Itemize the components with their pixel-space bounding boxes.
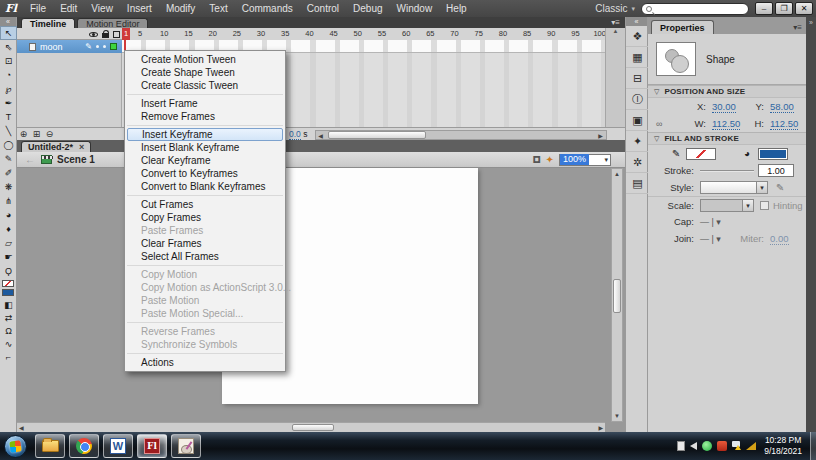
selection-tool[interactable]: ↖	[0, 26, 17, 40]
stage-vertical-scrollbar[interactable]: ▲ ▼	[611, 168, 623, 422]
layer-row-moon[interactable]: moon ✎	[17, 40, 122, 53]
restore-button[interactable]: ❐	[775, 2, 793, 15]
eraser-tool[interactable]: ▱	[0, 236, 17, 250]
context-menu-item[interactable]: Convert to Blank Keyframes	[125, 180, 285, 193]
context-menu-item[interactable]: Insert Frame	[125, 97, 285, 110]
network-wedge-icon[interactable]	[746, 442, 756, 450]
menubar-item[interactable]: Modify	[159, 0, 202, 17]
document-tab[interactable]: Untitled-2* ×	[21, 141, 91, 152]
menubar-item[interactable]: Text	[202, 0, 234, 17]
menubar-item[interactable]: Debug	[346, 0, 389, 17]
subselection-tool[interactable]: ⇖	[0, 40, 17, 54]
stage-horizontal-scrollbar[interactable]: ◀ ▶	[17, 422, 605, 432]
black-white-swatch-button[interactable]: ◧	[0, 298, 17, 311]
color-panel-icon[interactable]: ❖	[626, 26, 649, 47]
new-folder-button[interactable]: ⊞	[30, 129, 43, 140]
paint-bucket-tool[interactable]: ◕	[0, 208, 17, 222]
tab-timeline[interactable]: Timeline	[21, 18, 75, 28]
playhead-frame-marker[interactable]: 1	[122, 28, 130, 40]
workspace-switcher[interactable]: Classic ▾	[595, 3, 635, 14]
expand-panels-icon[interactable]: »	[809, 19, 813, 26]
align-panel-icon[interactable]: ⊟	[626, 68, 649, 89]
edit-symbols-icon[interactable]: ✦	[546, 154, 554, 165]
stroke-scale-dropdown[interactable]: ▾	[700, 199, 754, 212]
speaker-icon[interactable]	[690, 442, 697, 450]
text-tool[interactable]: T	[0, 110, 17, 124]
lock-layers-icon[interactable]	[102, 33, 109, 38]
oval-tool[interactable]: ◯	[0, 138, 17, 152]
menubar-item[interactable]: View	[84, 0, 120, 17]
smooth-button[interactable]: ∿	[0, 337, 17, 350]
context-menu-item[interactable]: Remove Frames	[125, 110, 285, 123]
zoom-level-combobox[interactable]: 100% ▾	[559, 154, 611, 166]
context-menu-item[interactable]: Paste Motion	[125, 294, 285, 307]
search-input[interactable]	[641, 3, 749, 15]
context-menu-item[interactable]: Insert Blank Keyframe	[125, 141, 285, 154]
start-button[interactable]	[4, 435, 27, 458]
delete-layer-button[interactable]: ⊖	[43, 129, 56, 140]
zoom-chevron-down-icon[interactable]: ▾	[604, 156, 610, 164]
deco-tool[interactable]: ❋	[0, 180, 17, 194]
edit-stroke-style-icon[interactable]: ✎	[776, 182, 784, 193]
info-panel-icon[interactable]: Ⓘ	[626, 89, 649, 110]
layer-visible-dot-icon[interactable]	[96, 45, 99, 48]
library-panel-icon[interactable]: ▤	[626, 173, 649, 194]
context-menu-item[interactable]: Reverse Frames	[125, 325, 285, 338]
fill-color-swatch[interactable]	[2, 289, 14, 296]
context-menu-item[interactable]: Cut Frames	[125, 198, 285, 211]
taskbar-chrome-button[interactable]	[69, 434, 99, 458]
chevron-down-icon[interactable]: ▾	[742, 200, 753, 211]
chevron-down-icon[interactable]: ▾	[756, 182, 767, 193]
transform-panel-icon[interactable]: ▣	[626, 110, 649, 131]
menubar-item[interactable]: Commands	[235, 0, 300, 17]
show-desktop-button[interactable]	[810, 432, 816, 460]
menubar-item[interactable]: File	[23, 0, 53, 17]
context-menu-item[interactable]: Select All Frames	[125, 250, 285, 263]
motion-presets-panel-icon[interactable]: ✦	[626, 131, 649, 152]
stroke-height-slider[interactable]	[700, 170, 754, 172]
scroll-left-icon[interactable]: ◀	[316, 132, 325, 139]
close-button[interactable]: ✕	[795, 2, 813, 15]
join-selector[interactable]: — | ▾	[700, 234, 721, 244]
swap-colors-button[interactable]: ⇄	[0, 311, 17, 324]
h-value[interactable]: 112.50	[770, 118, 798, 130]
context-menu-item[interactable]: Clear Keyframe	[125, 154, 285, 167]
taskbar-paint-button[interactable]	[171, 434, 201, 458]
taskbar-flash-button[interactable]: Fl	[137, 434, 167, 458]
edit-scene-icon[interactable]: 🞓	[533, 154, 541, 166]
layer-outline-color-swatch[interactable]	[110, 43, 117, 50]
hand-tool[interactable]: ☛	[0, 250, 17, 264]
menubar-item[interactable]: Insert	[120, 0, 159, 17]
x-value[interactable]: 30.00	[712, 101, 736, 113]
menubar-item[interactable]: Edit	[53, 0, 84, 17]
tools-collapse-button[interactable]: «	[0, 17, 16, 26]
taskbar-word-button[interactable]: W	[103, 434, 133, 458]
y-value[interactable]: 58.00	[770, 101, 794, 113]
timeline-vertical-scrollbar[interactable]: ▲	[605, 28, 625, 127]
taskbar-clock[interactable]: 10:28 PM 9/18/2021	[756, 435, 810, 457]
stroke-color-swatch[interactable]	[686, 148, 716, 160]
lock-aspect-ratio-icon[interactable]: ∞	[656, 119, 662, 129]
action-center-flag-icon[interactable]	[732, 441, 741, 451]
zoom-tool[interactable]: Ϙ	[0, 264, 17, 278]
free-transform-tool[interactable]: ⊡	[0, 54, 17, 68]
context-menu-item[interactable]: Paste Motion Special...	[125, 307, 285, 320]
context-menu-item[interactable]: Create Shape Tween	[125, 66, 285, 79]
scene-label[interactable]: Scene 1	[57, 154, 95, 165]
timeline-scrollbar-thumb[interactable]	[328, 131, 426, 139]
straighten-button[interactable]: ⌐	[0, 350, 17, 363]
line-tool[interactable]: ╲	[0, 124, 17, 138]
dock-collapse-button[interactable]: «	[626, 17, 647, 26]
scroll-right-icon[interactable]: ▶	[596, 132, 605, 139]
bone-tool[interactable]: ⋔	[0, 194, 17, 208]
tab-motion-editor[interactable]: Motion Editor	[77, 18, 148, 28]
context-menu-item[interactable]: Actions	[125, 356, 285, 369]
lasso-tool[interactable]: ℘	[0, 82, 17, 96]
timeline-panel-menu-icon[interactable]: ▾≡	[611, 17, 625, 28]
pen-tool[interactable]: ✒	[0, 96, 17, 110]
stage-vscrollbar-thumb[interactable]	[613, 279, 621, 313]
3d-rotation-tool[interactable]: ◔	[0, 68, 17, 82]
section-position-and-size[interactable]: ▽ POSITION AND SIZE	[648, 85, 806, 98]
new-layer-button[interactable]: ⊕	[17, 129, 30, 140]
properties-panel-menu-icon[interactable]: ▾≡	[793, 23, 806, 34]
